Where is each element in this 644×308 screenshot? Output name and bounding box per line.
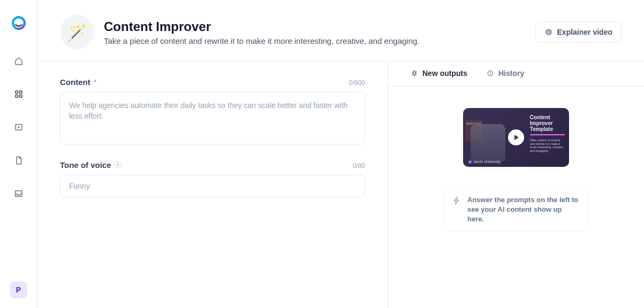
lightning-icon (452, 196, 461, 205)
tab-new-outputs-label: New outputs (422, 69, 467, 78)
content-area: Content * 0/600 Tone of voice ? 0/80 (37, 61, 644, 308)
form-panel: Content * 0/600 Tone of voice ? 0/80 (37, 61, 388, 308)
sparkle-icon (411, 70, 418, 77)
video-card-footer-text: Jarvis University (473, 160, 501, 164)
tip-box: Answer the prompts on the left to see yo… (443, 188, 589, 232)
page-title: Content Improver (104, 19, 526, 34)
user-avatar[interactable]: P (10, 281, 27, 298)
svg-rect-1 (16, 91, 18, 94)
video-card-footer: Jarvis University (468, 160, 501, 164)
video-card-subtitle: Take a piece of content and rewrite it t… (530, 138, 565, 152)
nav-templates[interactable] (8, 83, 29, 105)
tone-char-counter: 0/80 (353, 162, 365, 170)
content-textarea[interactable] (60, 92, 365, 144)
app-logo[interactable] (11, 15, 27, 31)
presenter-figure (471, 124, 505, 161)
nav-home[interactable] (8, 50, 29, 72)
tone-label: Tone of voice (60, 160, 111, 170)
tone-field-group: Tone of voice ? 0/80 (60, 160, 365, 197)
content-char-counter: 0/600 (349, 79, 365, 87)
info-icon[interactable]: ? (115, 161, 122, 168)
svg-rect-3 (16, 95, 18, 98)
svg-rect-2 (19, 91, 22, 94)
svg-point-0 (13, 17, 25, 29)
explainer-button-label: Explainer video (557, 28, 612, 36)
wand-icon: 🪄 (67, 23, 87, 42)
required-mark: * (94, 78, 97, 87)
tab-history-label: History (498, 69, 524, 78)
brand-dot-icon (468, 160, 472, 164)
play-circle-icon (544, 28, 553, 36)
explainer-video-card[interactable]: KEEP CALM Content Improver Template Take… (463, 108, 569, 167)
nav-video[interactable] (8, 117, 29, 138)
output-panel: New outputs History KEEP CALM (388, 61, 644, 308)
clock-icon (487, 70, 494, 77)
output-body: KEEP CALM Content Improver Template Take… (388, 87, 644, 308)
template-icon: 🪄 (60, 15, 94, 49)
video-card-title: Content Improver Template (530, 114, 565, 135)
play-button[interactable] (508, 129, 524, 145)
svg-rect-4 (19, 95, 22, 98)
page-header: 🪄 Content Improver Take a piece of conte… (37, 0, 644, 61)
explainer-video-button[interactable]: Explainer video (535, 22, 622, 42)
sidebar: P (0, 0, 37, 308)
nav-documents[interactable] (8, 150, 29, 171)
page-subtitle: Take a piece of content and rewrite it t… (104, 36, 526, 45)
output-tabs: New outputs History (388, 61, 644, 87)
video-card-text: Content Improver Template Take a piece o… (527, 108, 569, 167)
main-area: 🪄 Content Improver Take a piece of conte… (37, 0, 644, 308)
nav-inbox[interactable] (8, 183, 29, 204)
play-icon (514, 135, 519, 140)
tab-new-outputs[interactable]: New outputs (401, 61, 477, 86)
content-field-group: Content * 0/600 (60, 78, 365, 147)
content-label: Content (60, 78, 90, 87)
tone-input[interactable] (60, 175, 365, 197)
tab-history[interactable]: History (477, 61, 534, 86)
tip-text: Answer the prompts on the left to see yo… (467, 195, 580, 225)
header-text: Content Improver Take a piece of content… (104, 19, 526, 45)
